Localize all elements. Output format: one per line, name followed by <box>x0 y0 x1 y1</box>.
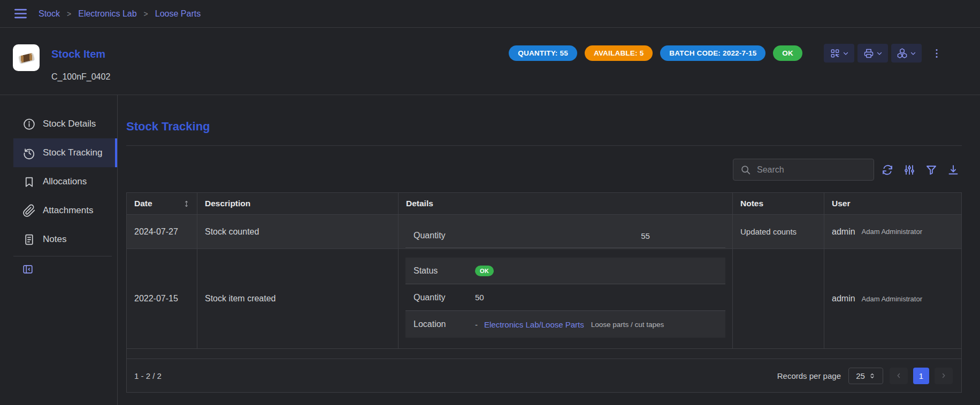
top-navigation-bar: Stock > Electronics Lab > Loose Parts <box>0 0 980 28</box>
sidebar-collapse-button[interactable] <box>22 263 34 275</box>
stock-operations-button[interactable] <box>891 44 922 63</box>
part-name: C_100nF_0402 <box>51 72 110 82</box>
column-label: User <box>832 199 850 208</box>
chevron-down-icon <box>843 50 849 57</box>
hamburger-icon <box>13 6 28 21</box>
chevron-down-icon <box>910 50 916 57</box>
page-1-button[interactable]: 1 <box>913 368 929 384</box>
sidebar-item-attachments[interactable]: Attachments <box>13 196 117 225</box>
notes-text: Updated counts <box>740 227 797 236</box>
toolbar-icons <box>881 163 960 176</box>
download-button[interactable] <box>947 163 960 176</box>
detail-label: Location <box>405 320 475 329</box>
records-per-page-label: Records per page <box>777 371 841 380</box>
user-fullname: Adam Administrator <box>862 228 922 236</box>
filter-icon <box>925 163 938 176</box>
detail-row-location: Location - Electronics Lab/Loose Parts L… <box>405 311 725 338</box>
printer-icon <box>863 48 874 59</box>
sidebar-item-label: Attachments <box>43 205 94 216</box>
cell-user: admin Adam Administrator <box>824 215 961 248</box>
page-header: Stock Item C_100nF_0402 QUANTITY: 55 AVA… <box>0 28 980 95</box>
sidebar-item-label: Allocations <box>43 176 87 187</box>
barcode-actions-button[interactable] <box>824 44 854 63</box>
quantity-badge: QUANTITY: 55 <box>509 45 577 61</box>
details-subtable: Quantity 55 <box>405 224 725 248</box>
username: admin <box>832 227 855 237</box>
breadcrumb-electronics-lab[interactable]: Electronics Lab <box>78 9 136 19</box>
detail-row-status: Status OK <box>405 258 725 284</box>
sidebar-item-label: Notes <box>43 234 66 245</box>
breadcrumb: Stock > Electronics Lab > Loose Parts <box>39 9 201 19</box>
notes-icon <box>22 233 36 246</box>
column-header-date[interactable]: Date <box>127 193 197 214</box>
column-label: Details <box>406 199 433 208</box>
dots-vertical-icon <box>931 48 943 59</box>
filter-button[interactable] <box>925 163 938 176</box>
status-ok-badge: OK <box>475 266 494 276</box>
cell-date: 2022-07-15 <box>127 249 197 348</box>
search-input[interactable] <box>757 165 867 175</box>
location-link[interactable]: Electronics Lab/Loose Parts <box>484 320 584 329</box>
sidebar-item-label: Stock Details <box>43 119 96 129</box>
sidebar-item-label: Stock Tracking <box>43 147 103 158</box>
stock-tracking-table: Date Description Details Notes User 2024… <box>126 192 962 393</box>
content-area: Stock Details Stock Tracking Allocations… <box>0 95 980 405</box>
panel-title: Stock Tracking <box>126 120 962 134</box>
chevron-right-icon <box>940 372 947 379</box>
packages-icon <box>897 48 908 59</box>
cell-date: 2024-07-27 <box>127 215 197 248</box>
column-label: Date <box>134 199 152 208</box>
select-carets-icon <box>869 372 876 379</box>
page-header-identity: Stock Item C_100nF_0402 <box>13 44 110 95</box>
cell-description: Stock counted <box>197 215 399 248</box>
chevron-down-icon <box>876 50 883 57</box>
print-actions-button[interactable] <box>858 44 888 63</box>
sidebar-item-notes[interactable]: Notes <box>13 225 117 254</box>
breadcrumb-separator: > <box>144 10 148 18</box>
table-options-button[interactable] <box>903 163 916 176</box>
page-header-actions: QUANTITY: 55 AVAILABLE: 5 BATCH CODE: 20… <box>509 44 943 63</box>
refresh-icon <box>881 163 894 176</box>
batch-code-badge: BATCH CODE: 2022-7-15 <box>660 45 765 61</box>
sidebar-item-stock-details[interactable]: Stock Details <box>13 110 117 138</box>
table-header-row: Date Description Details Notes User <box>127 193 961 215</box>
records-per-page-select[interactable]: 25 <box>848 368 883 384</box>
detail-row-quantity: Quantity 55 <box>405 224 725 248</box>
sidebar-item-stock-tracking[interactable]: Stock Tracking <box>13 138 117 167</box>
main-panel: Stock Tracking <box>118 95 980 405</box>
panel-divider <box>126 145 962 146</box>
pager: 1 <box>890 368 953 384</box>
column-header-notes: Notes <box>733 193 824 214</box>
next-page-button[interactable] <box>935 368 953 384</box>
info-icon <box>22 118 36 131</box>
column-header-user: User <box>824 193 961 214</box>
part-thumbnail[interactable] <box>13 44 40 71</box>
capacitor-image <box>18 52 34 63</box>
table-footer: 1 - 2 / 2 Records per page 25 1 <box>127 359 961 392</box>
detail-value: 55 <box>565 231 725 240</box>
breadcrumb-stock[interactable]: Stock <box>39 9 60 19</box>
previous-page-button[interactable] <box>890 368 908 384</box>
cell-user: admin Adam Administrator <box>824 249 961 348</box>
sidebar-item-allocations[interactable]: Allocations <box>13 167 117 196</box>
table-toolbar <box>126 159 962 181</box>
cell-notes <box>733 249 824 348</box>
app-window: Stock > Electronics Lab > Loose Parts St… <box>0 0 980 405</box>
more-options-button[interactable] <box>931 48 943 59</box>
history-icon <box>22 146 36 160</box>
refresh-button[interactable] <box>881 163 894 176</box>
breadcrumb-loose-parts[interactable]: Loose Parts <box>155 9 201 19</box>
download-icon <box>947 163 960 176</box>
table-row: 2024-07-27 Stock counted Quantity 55 Upd… <box>127 215 961 249</box>
page-title: Stock Item <box>51 48 110 60</box>
title-block: Stock Item C_100nF_0402 <box>51 48 110 95</box>
search-icon <box>740 164 752 176</box>
hamburger-menu-button[interactable] <box>13 6 28 21</box>
cell-notes: Updated counts <box>733 215 824 248</box>
action-buttons <box>824 44 922 63</box>
user-fullname: Adam Administrator <box>862 295 922 303</box>
detail-value: 50 <box>475 293 484 302</box>
available-badge: AVAILABLE: 5 <box>585 45 653 61</box>
table-empty-space <box>127 349 961 359</box>
breadcrumb-separator: > <box>67 10 71 18</box>
